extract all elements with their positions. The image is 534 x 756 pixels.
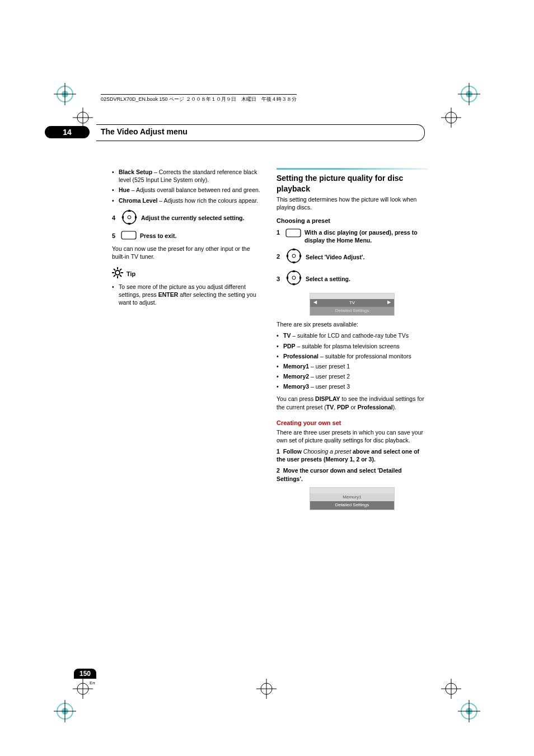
button-icon <box>121 231 137 241</box>
step-4: 4 Adjust the currently selected setting. <box>112 209 263 227</box>
section-title: Setting the picture quality for disc pla… <box>277 173 428 194</box>
dpad-icon <box>121 209 138 227</box>
svg-point-37 <box>287 271 301 284</box>
crosshair-icon <box>72 678 94 700</box>
right-column: Setting the picture quality for disc pla… <box>277 168 428 515</box>
crosshair-icon <box>72 106 94 129</box>
svg-line-26 <box>114 269 115 270</box>
svg-point-38 <box>292 276 296 279</box>
ui-preview-2: Memory1 Detailed Settings <box>310 487 395 511</box>
crosshair-icon <box>440 106 462 129</box>
arrow-right-icon: ▶ <box>387 300 391 306</box>
svg-point-21 <box>115 270 120 275</box>
regmark-icon <box>458 83 480 105</box>
subhead-creating: Creating your own set <box>277 419 428 427</box>
dpad-icon <box>285 269 302 288</box>
list-item: Professional – suitable for professional… <box>277 352 428 360</box>
step-5-note: You can now use the preset for any other… <box>112 245 263 260</box>
chapter-header: 14 The Video Adjust menu <box>45 126 437 142</box>
presets-list: TV – suitable for LCD and cathode-ray tu… <box>277 332 428 390</box>
svg-line-27 <box>120 275 121 277</box>
create-step-2: 2 Move the cursor down and select 'Detai… <box>277 466 428 482</box>
list-item: Memory1 – user preset 1 <box>277 362 428 370</box>
svg-point-14 <box>123 211 136 224</box>
svg-point-15 <box>128 216 131 219</box>
gear-icon <box>112 267 123 280</box>
list-item: To see more of the picture as you adjust… <box>112 283 263 307</box>
step-1: 1 With a disc playing (or paused), press… <box>277 228 428 244</box>
svg-rect-20 <box>121 231 136 239</box>
list-item: Memory2 – user preset 2 <box>277 372 428 380</box>
step-5: 5 Press to exit. <box>112 231 263 241</box>
step-2: 2 Select 'Video Adjust'. <box>277 248 428 266</box>
step-3: 3 Select a setting. <box>277 269 428 288</box>
chapter-number: 14 <box>45 126 90 138</box>
svg-point-32 <box>292 254 296 258</box>
list-item: PDP – suitable for plasma television scr… <box>277 342 428 350</box>
svg-point-31 <box>287 249 301 263</box>
list-item: Chroma Level – Adjusts how rich the colo… <box>112 197 263 204</box>
svg-rect-30 <box>286 229 301 237</box>
svg-line-28 <box>114 275 115 277</box>
subhead-choosing: Choosing a preset <box>277 217 428 225</box>
regmark-icon <box>54 83 76 105</box>
list-item: Black Setup – Corrects the standard refe… <box>112 168 263 184</box>
section-intro: This setting determines how the picture … <box>277 195 428 211</box>
regmark-icon <box>54 700 76 722</box>
regmark-icon <box>458 700 480 722</box>
list-item: TV – suitable for LCD and cathode-ray tu… <box>277 332 428 339</box>
dpad-icon <box>285 248 302 266</box>
list-item: Hue – Adjusts overall balance between re… <box>112 186 263 194</box>
create-step-1: 1 Follow Choosing a preset above and sel… <box>277 447 428 463</box>
ui-preview-1: ◀ TV ▶ Detailed Settings <box>310 293 395 316</box>
left-column: Black Setup – Corrects the standard refe… <box>112 168 263 515</box>
crosshair-icon <box>255 678 278 700</box>
sub2-intro: There are three user presets in which yo… <box>277 428 428 444</box>
presets-intro: There are six presets available: <box>277 320 428 328</box>
adjustments-list: Black Setup – Corrects the standard refe… <box>112 168 263 204</box>
presets-note: You can press DISPLAY to see the individ… <box>277 395 428 410</box>
arrow-left-icon: ◀ <box>313 300 317 306</box>
chapter-title: The Video Adjust menu <box>101 127 188 136</box>
crosshair-icon <box>440 678 462 700</box>
book-header: 02SDVRLX70D_EN.book 150 ページ ２００８年１０月９日 木… <box>101 94 297 103</box>
tip-heading: Tip <box>112 267 263 280</box>
button-icon <box>285 228 301 239</box>
tip-list: To see more of the picture as you adjust… <box>112 283 263 307</box>
svg-line-29 <box>120 269 121 270</box>
list-item: Memory3 – user preset 3 <box>277 382 428 390</box>
